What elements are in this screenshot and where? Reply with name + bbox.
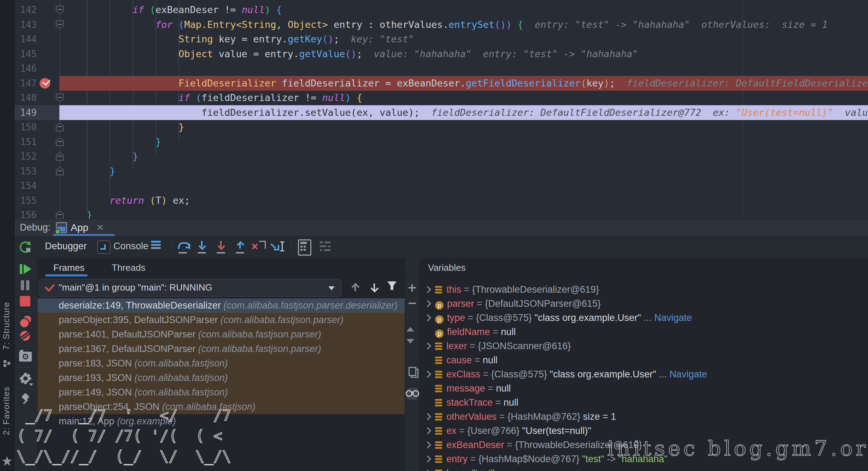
thread-selector[interactable]: "main"@1 in group "main": RUNNING	[39, 279, 341, 297]
variables-panel-title: Variables	[428, 262, 465, 273]
code-line[interactable]: 153}	[14, 164, 868, 179]
stop-icon[interactable]	[20, 296, 30, 306]
move-down-button[interactable]	[406, 344, 418, 355]
code-line[interactable]: 143for (Map.Entry<String, Object> entry …	[14, 17, 868, 32]
stack-frame-row[interactable]: parse:149, JSON (com.alibaba.fastjson)	[37, 385, 405, 400]
variable-row[interactable]: stackTrace = null	[420, 395, 868, 410]
code-line[interactable]: 155return (T) ex;	[14, 193, 868, 208]
tab-threads[interactable]: Threads	[112, 262, 145, 273]
step-out-icon[interactable]	[235, 240, 246, 254]
remove-watch-button[interactable]	[406, 298, 418, 309]
code-line[interactable]: 147FieldDeserializer fieldDeserializer =…	[14, 76, 868, 91]
tab-console[interactable]: Console	[113, 241, 148, 252]
fold-marker-icon[interactable]	[56, 211, 64, 219]
move-up-button[interactable]	[406, 321, 418, 333]
chevron-right-icon[interactable]	[424, 455, 431, 463]
variable-row[interactable]: key = "test"	[420, 466, 868, 471]
close-tab-icon[interactable]	[97, 224, 103, 231]
stack-frame-row[interactable]: parse:1367, DefaultJSONParser (com.aliba…	[37, 342, 405, 356]
chevron-right-icon[interactable]	[424, 470, 431, 471]
structure-icon[interactable]	[4, 360, 11, 367]
variable-row[interactable]: ptype = {Class@575} "class org.example.U…	[420, 311, 868, 325]
line-number: 155	[14, 193, 37, 208]
fold-marker-icon[interactable]	[56, 6, 64, 14]
code-line[interactable]: 154	[14, 178, 868, 193]
step-over-icon[interactable]	[178, 240, 190, 254]
force-step-into-icon[interactable]	[216, 240, 227, 254]
stack-frame-row[interactable]: deserialze:149, ThrowableDeserializer (c…	[37, 298, 405, 313]
variable-name: message	[446, 383, 485, 394]
filter-frames-icon[interactable]	[387, 281, 398, 293]
code-line[interactable]: 148if (fieldDeserializer != null) {	[14, 90, 868, 105]
drop-frame-icon[interactable]	[254, 240, 266, 254]
chevron-right-icon[interactable]	[424, 427, 431, 434]
chevron-right-icon[interactable]	[424, 314, 431, 321]
variable-row[interactable]: exClass = {Class@575} "class org.example…	[420, 367, 868, 381]
code-line[interactable]: 142if (exBeanDeser != null) {	[14, 2, 868, 17]
code-line[interactable]: 146	[14, 61, 868, 76]
mute-breakpoints-icon[interactable]	[20, 330, 31, 342]
view-options-icon[interactable]	[320, 241, 332, 253]
variable-row[interactable]: pparser = {DefaultJSONParser@615}	[420, 297, 868, 311]
duplicate-watch-button[interactable]	[406, 365, 418, 377]
show-watches-toggle[interactable]	[406, 388, 418, 400]
pause-program-icon[interactable]	[20, 280, 31, 291]
stack-frame-row[interactable]: parse:193, JSON (com.alibaba.fastjson)	[37, 371, 405, 385]
variable-row[interactable]: message = null	[420, 381, 868, 395]
variable-row[interactable]: lexer = {JSONScanner@616}	[420, 339, 868, 353]
variable-row[interactable]: pfieldName = null	[420, 325, 868, 339]
code-line[interactable]: 145Object value = entry.getValue(); valu…	[14, 47, 868, 61]
pin-icon[interactable]	[20, 393, 32, 405]
chevron-right-icon[interactable]	[424, 300, 431, 307]
frame-down-icon[interactable]	[369, 281, 380, 293]
variable-value: "test"	[472, 468, 494, 471]
code-line[interactable]: 150}	[14, 120, 868, 135]
rerun-icon[interactable]	[20, 242, 31, 253]
resume-program-icon[interactable]	[20, 263, 31, 275]
stack-frame-row[interactable]: parse:183, JSON (com.alibaba.fastjson)	[37, 356, 405, 371]
add-watch-button[interactable]	[406, 282, 418, 294]
code-text: fieldDeserializer.setValue(ex, value); f…	[64, 105, 868, 120]
separator	[18, 388, 33, 389]
stack-frame-row[interactable]: parse:1401, DefaultJSONParser (com.aliba…	[37, 327, 405, 342]
field-icon-bar	[435, 470, 442, 471]
breakpoint-icon[interactable]	[40, 78, 50, 89]
chevron-right-icon[interactable]	[424, 286, 431, 293]
view-breakpoints-icon[interactable]	[19, 316, 32, 327]
variable-row[interactable]: ex = {User@766} "User(test=null)"	[420, 424, 868, 438]
variable-row[interactable]: cause = null	[420, 353, 868, 367]
code-line[interactable]: 156}	[14, 208, 868, 219]
run-to-cursor-icon[interactable]	[270, 240, 286, 254]
tab-debugger[interactable]: Debugger	[45, 241, 87, 252]
evaluate-expression-icon[interactable]	[298, 239, 311, 256]
variable-row[interactable]: this = {ThrowableDeserializer@619}	[420, 282, 868, 297]
layout-menu-icon[interactable]	[151, 239, 161, 250]
code-token: }	[156, 136, 161, 147]
thread-dump-camera-icon[interactable]	[19, 352, 32, 362]
separator	[172, 240, 173, 254]
code-line[interactable]: 152}	[14, 149, 868, 164]
fold-marker-icon[interactable]	[56, 167, 64, 175]
tab-frames[interactable]: Frames	[53, 262, 84, 273]
frame-up-icon[interactable]	[350, 281, 360, 293]
stack-frame-row[interactable]: parseObject:395, DefaultJSONParser (com.…	[37, 313, 405, 327]
fold-marker-icon[interactable]	[56, 152, 64, 161]
code-line[interactable]: 151}	[14, 135, 868, 149]
step-into-icon[interactable]	[197, 240, 207, 254]
stripe-item-structure[interactable]: 7: Structure	[1, 302, 11, 350]
code-line[interactable]: 149fieldDeserializer.setValue(ex, value)…	[14, 105, 868, 120]
chevron-right-icon[interactable]	[424, 441, 431, 448]
fold-marker-icon[interactable]	[56, 20, 64, 29]
variable-row[interactable]: otherValues = {HashMap@762} size = 1	[420, 410, 868, 424]
fold-marker-icon[interactable]	[56, 94, 64, 102]
navigate-link[interactable]: Navigate	[654, 312, 692, 323]
settings-gear-icon[interactable]	[20, 373, 32, 385]
chevron-right-icon[interactable]	[424, 371, 431, 378]
code-line[interactable]: 144String key = entry.getKey(); key: "te…	[14, 32, 868, 47]
navigate-link[interactable]: Navigate	[669, 369, 707, 380]
fold-marker-icon[interactable]	[56, 138, 64, 146]
chevron-right-icon[interactable]	[424, 342, 431, 350]
chevron-right-icon[interactable]	[424, 413, 431, 420]
code-editor[interactable]: 142if (exBeanDeser != null) {143for (Map…	[14, 0, 868, 219]
fold-marker-icon[interactable]	[56, 123, 64, 131]
